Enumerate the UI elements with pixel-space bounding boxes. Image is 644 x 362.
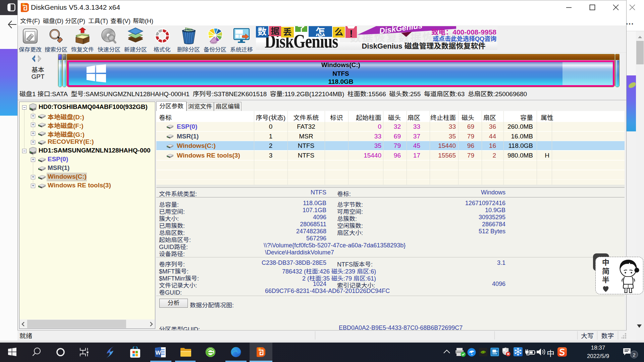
svg-text:R: R bbox=[496, 350, 498, 353]
svg-text:W: W bbox=[156, 350, 161, 356]
